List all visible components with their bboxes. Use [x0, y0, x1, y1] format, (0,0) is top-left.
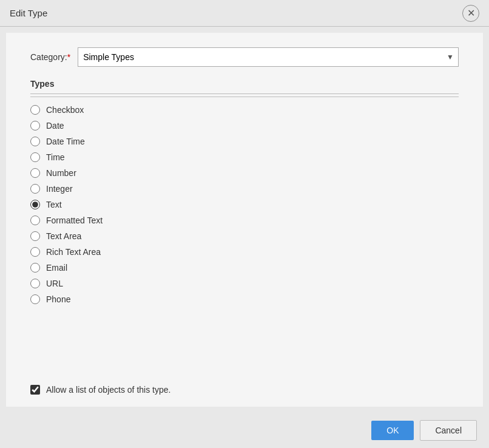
close-button[interactable]: ✕	[462, 5, 479, 22]
type-url-radio[interactable]	[30, 279, 40, 288]
type-phone-label: Phone	[46, 294, 70, 304]
type-time-label: Time	[46, 152, 65, 162]
type-email-radio[interactable]	[30, 263, 40, 273]
type-date-label: Date	[46, 121, 64, 131]
type-number-radio[interactable]	[30, 168, 40, 178]
types-list-container: Checkbox Date Date Time Time	[30, 102, 459, 368]
list-item[interactable]: Integer	[30, 181, 456, 197]
list-item[interactable]: Text	[30, 197, 456, 212]
required-star: *	[67, 52, 70, 62]
type-text-label: Text	[46, 200, 62, 209]
type-date-time-label: Date Time	[46, 137, 85, 146]
type-url-label: URL	[46, 279, 63, 288]
allow-list-label: Allow a list of objects of this type.	[46, 385, 170, 395]
dialog-content: Category:* Simple Types Complex Types ▼ …	[6, 33, 483, 407]
list-item[interactable]: Rich Text Area	[30, 244, 456, 260]
type-integer-radio[interactable]	[30, 184, 40, 194]
allow-list-checkbox[interactable]	[30, 385, 40, 395]
types-list: Checkbox Date Date Time Time	[30, 102, 459, 368]
ok-button[interactable]: OK	[371, 421, 414, 440]
type-text-area-radio[interactable]	[30, 231, 40, 241]
dialog-title: Edit Type	[10, 8, 47, 18]
edit-type-dialog: Edit Type ✕ Category:* Simple Types Comp…	[0, 0, 489, 448]
type-formatted-text-label: Formatted Text	[46, 216, 103, 225]
cancel-button[interactable]: Cancel	[420, 420, 477, 441]
list-item[interactable]: Date	[30, 118, 456, 134]
category-row: Category:* Simple Types Complex Types ▼	[30, 47, 459, 67]
type-checkbox-label: Checkbox	[46, 105, 84, 115]
type-date-radio[interactable]	[30, 121, 40, 131]
list-item[interactable]: Checkbox	[30, 102, 456, 118]
type-formatted-text-radio[interactable]	[30, 216, 40, 225]
dialog-footer: OK Cancel	[0, 413, 489, 448]
list-item[interactable]: Number	[30, 165, 456, 181]
types-header: Types	[30, 79, 459, 94]
type-text-radio[interactable]	[30, 200, 40, 209]
type-text-area-label: Text Area	[46, 231, 81, 241]
types-divider	[30, 97, 459, 97]
type-rich-text-area-radio[interactable]	[30, 247, 40, 257]
category-select[interactable]: Simple Types Complex Types	[78, 47, 459, 67]
list-item[interactable]: Phone	[30, 291, 456, 307]
list-item[interactable]: Time	[30, 149, 456, 165]
list-item[interactable]: Text Area	[30, 228, 456, 244]
allow-list-row: Allow a list of objects of this type.	[30, 380, 459, 395]
list-item[interactable]: Formatted Text	[30, 212, 456, 228]
category-label: Category:*	[30, 52, 70, 62]
list-item[interactable]: Email	[30, 260, 456, 276]
type-email-label: Email	[46, 263, 67, 273]
type-rich-text-area-label: Rich Text Area	[46, 247, 101, 257]
type-integer-label: Integer	[46, 184, 73, 194]
type-date-time-radio[interactable]	[30, 137, 40, 146]
types-section: Types Checkbox Date Date Time	[30, 79, 459, 395]
category-select-wrapper: Simple Types Complex Types ▼	[78, 47, 459, 67]
list-item[interactable]: Date Time	[30, 134, 456, 149]
type-checkbox-radio[interactable]	[30, 105, 40, 115]
list-item[interactable]: URL	[30, 276, 456, 291]
dialog-titlebar: Edit Type ✕	[0, 0, 489, 27]
type-time-radio[interactable]	[30, 152, 40, 162]
type-phone-radio[interactable]	[30, 294, 40, 304]
type-number-label: Number	[46, 168, 76, 178]
